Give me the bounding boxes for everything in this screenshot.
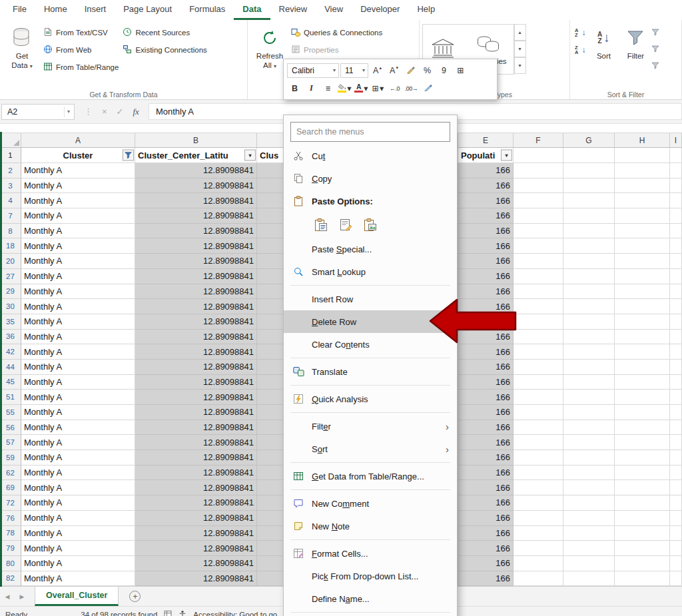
- cell[interactable]: 166: [458, 344, 513, 360]
- cell[interactable]: [513, 405, 563, 420]
- cell[interactable]: 12.89098841: [135, 526, 257, 541]
- row-header[interactable]: 2: [0, 163, 21, 178]
- ribbon-tab-developer[interactable]: Developer: [352, 0, 408, 20]
- menu-item-sort[interactable]: Sort›: [284, 438, 457, 460]
- menu-item-new-note[interactable]: New Note: [284, 515, 457, 537]
- menu-item-smart-lookup[interactable]: Smart Lookup: [284, 260, 457, 283]
- cell[interactable]: 12.89098841: [135, 163, 257, 178]
- cell[interactable]: 166: [458, 541, 513, 556]
- cell[interactable]: [563, 284, 615, 300]
- menu-item-get-data-table[interactable]: Get Data from Table/Range...: [284, 465, 457, 487]
- cell[interactable]: [513, 571, 563, 587]
- cell[interactable]: 12.89098841: [135, 208, 257, 224]
- cell[interactable]: [615, 450, 670, 465]
- get-data-button[interactable]: Get Data ▾: [3, 21, 41, 71]
- cell[interactable]: Populati▾: [458, 148, 513, 163]
- cell[interactable]: [513, 511, 563, 526]
- sort-ascending-button[interactable]: AZ ↓: [573, 25, 587, 40]
- cell[interactable]: [615, 314, 670, 330]
- cell[interactable]: [513, 526, 563, 541]
- cell[interactable]: 166: [458, 480, 513, 495]
- ribbon-tab-insert[interactable]: Insert: [76, 0, 115, 20]
- cell[interactable]: [563, 511, 615, 526]
- cell[interactable]: 12.89098841: [135, 360, 257, 375]
- queries-connections-button[interactable]: Queries & Connections: [289, 25, 384, 40]
- cell[interactable]: [513, 390, 563, 405]
- row-header[interactable]: 69: [0, 480, 21, 495]
- next-sheet-button[interactable]: ▶: [15, 587, 29, 606]
- ribbon-tab-formulas[interactable]: Formulas: [180, 0, 234, 20]
- ribbon-tab-page-layout[interactable]: Page Layout: [115, 0, 180, 20]
- cell[interactable]: [563, 299, 615, 314]
- cell[interactable]: [513, 178, 563, 194]
- column-header-E[interactable]: E: [458, 133, 513, 148]
- cell[interactable]: [563, 375, 615, 390]
- cell[interactable]: [615, 344, 670, 360]
- cell[interactable]: [615, 284, 670, 300]
- menu-item-paste-special[interactable]: Paste Special...: [284, 238, 457, 260]
- cell[interactable]: 12.89098841: [135, 284, 257, 300]
- row-header[interactable]: 18: [0, 238, 21, 254]
- cell[interactable]: Monthly A: [21, 314, 135, 330]
- cell[interactable]: [563, 450, 615, 465]
- existing-connections-button[interactable]: Existing Connections: [121, 43, 208, 57]
- row-header[interactable]: 35: [0, 314, 21, 330]
- cell[interactable]: [563, 526, 615, 541]
- row-header[interactable]: 80: [0, 556, 21, 571]
- row-header[interactable]: 7: [0, 208, 21, 224]
- cell[interactable]: 12.89098841: [135, 541, 257, 556]
- cell[interactable]: 12.89098841: [135, 435, 257, 450]
- cell[interactable]: 12.89098841: [135, 254, 257, 269]
- font-color-button[interactable]: A ▾: [354, 81, 369, 96]
- menu-item-new-comment[interactable]: New Comment: [284, 492, 457, 515]
- cell[interactable]: Monthly A: [21, 450, 135, 465]
- cell[interactable]: Monthly A: [21, 224, 135, 239]
- prev-sheet-button[interactable]: ◀: [0, 587, 15, 606]
- comma-style-button[interactable]: 9: [436, 63, 452, 78]
- row-header[interactable]: 76: [0, 511, 21, 526]
- italic-button[interactable]: I: [304, 81, 319, 96]
- cell[interactable]: [615, 435, 670, 450]
- cell[interactable]: Monthly A: [21, 193, 135, 208]
- cell[interactable]: Monthly A: [21, 571, 135, 587]
- cell[interactable]: 12.89098841: [135, 299, 257, 314]
- cell[interactable]: [670, 556, 682, 571]
- cell[interactable]: Monthly A: [21, 556, 135, 571]
- advanced-filter-icon[interactable]: [651, 60, 663, 72]
- gallery-scroll-up-button[interactable]: ▴: [514, 24, 526, 41]
- decrease-decimal-button[interactable]: .00→: [404, 81, 419, 96]
- column-header-G[interactable]: G: [563, 133, 615, 148]
- cell[interactable]: [615, 556, 670, 571]
- cell[interactable]: [513, 360, 563, 375]
- cell[interactable]: 12.89098841: [135, 390, 257, 405]
- shrink-font-button[interactable]: A▾: [386, 63, 402, 78]
- menu-item-translate[interactable]: Translate: [284, 360, 457, 383]
- cell[interactable]: Monthly A: [21, 299, 135, 314]
- cell[interactable]: 166: [458, 420, 513, 436]
- cell[interactable]: [513, 465, 563, 481]
- cell[interactable]: Monthly A: [21, 405, 135, 420]
- cell[interactable]: 166: [458, 450, 513, 465]
- cell[interactable]: [563, 435, 615, 450]
- cell[interactable]: Monthly A: [21, 495, 135, 511]
- cell[interactable]: Monthly A: [21, 390, 135, 405]
- cell[interactable]: [513, 450, 563, 465]
- cell[interactable]: 166: [458, 254, 513, 269]
- cell[interactable]: Monthly A: [21, 526, 135, 541]
- cell[interactable]: [513, 420, 563, 436]
- row-header[interactable]: 72: [0, 495, 21, 511]
- cell[interactable]: 166: [458, 208, 513, 224]
- column-header-A[interactable]: A: [21, 133, 135, 148]
- cell[interactable]: [563, 193, 615, 208]
- cell[interactable]: 12.89098841: [135, 465, 257, 481]
- cell[interactable]: [563, 254, 615, 269]
- cell[interactable]: [615, 330, 670, 345]
- picture-paste-button[interactable]: [361, 216, 380, 234]
- menu-item-cut[interactable]: Cut: [284, 145, 457, 167]
- cell[interactable]: 12.89098841: [135, 193, 257, 208]
- cell[interactable]: [615, 238, 670, 254]
- cell[interactable]: [670, 148, 682, 163]
- row-header[interactable]: 42: [0, 344, 21, 360]
- cell[interactable]: Monthly A: [21, 360, 135, 375]
- format-painter-button[interactable]: [403, 63, 418, 78]
